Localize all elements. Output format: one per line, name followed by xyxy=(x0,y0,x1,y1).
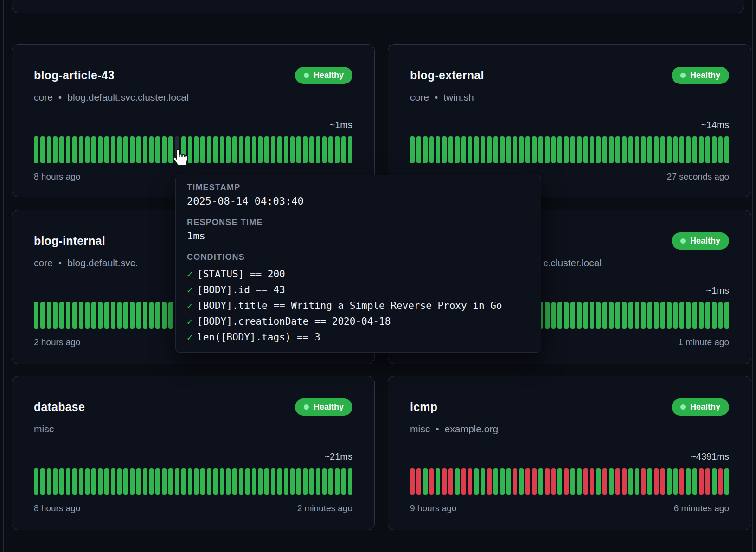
status-bar[interactable] xyxy=(699,302,704,329)
status-bar[interactable] xyxy=(448,136,453,163)
status-bar[interactable] xyxy=(258,136,263,163)
status-bar[interactable] xyxy=(583,136,588,163)
status-bar[interactable] xyxy=(673,302,678,329)
status-bar[interactable] xyxy=(410,468,415,495)
status-bar[interactable] xyxy=(686,302,691,329)
status-bar[interactable] xyxy=(252,136,256,163)
status-bar[interactable] xyxy=(98,302,103,329)
status-bar[interactable] xyxy=(117,468,122,495)
status-bar[interactable] xyxy=(596,136,601,163)
status-bar[interactable] xyxy=(692,136,697,163)
status-bar[interactable] xyxy=(692,468,697,495)
status-bar[interactable] xyxy=(59,136,64,163)
status-bar[interactable] xyxy=(79,302,83,329)
status-bar[interactable] xyxy=(284,136,288,163)
status-bar[interactable] xyxy=(461,136,466,163)
status-bar[interactable] xyxy=(564,302,569,329)
status-bar[interactable] xyxy=(341,136,346,163)
status-bar[interactable] xyxy=(442,468,447,495)
status-bar[interactable] xyxy=(111,302,115,329)
status-bar[interactable] xyxy=(117,136,122,163)
status-bar[interactable] xyxy=(341,468,346,495)
status-bar[interactable] xyxy=(718,136,723,163)
status-bar[interactable] xyxy=(155,468,160,495)
status-bar[interactable] xyxy=(309,468,314,495)
endpoint-card[interactable]: database Healthy misc ~21ms 8 hours ago … xyxy=(12,376,375,530)
status-bar[interactable] xyxy=(47,302,51,329)
status-bar[interactable] xyxy=(91,302,96,329)
status-bar[interactable] xyxy=(513,136,518,163)
status-bar[interactable] xyxy=(104,468,109,495)
status-bar[interactable] xyxy=(348,468,352,495)
status-bar[interactable] xyxy=(40,468,45,495)
status-bar[interactable] xyxy=(557,136,562,163)
status-bar[interactable] xyxy=(271,468,275,495)
status-bar[interactable] xyxy=(53,302,58,329)
status-bar[interactable] xyxy=(641,302,646,329)
status-bar[interactable] xyxy=(686,136,691,163)
status-bar[interactable] xyxy=(474,136,479,163)
status-bar[interactable] xyxy=(564,136,569,163)
status-bar[interactable] xyxy=(264,136,269,163)
status-bar[interactable] xyxy=(615,468,620,495)
status-bar[interactable] xyxy=(724,468,729,495)
status-bar[interactable] xyxy=(245,136,250,163)
status-bar[interactable] xyxy=(429,136,434,163)
status-bar[interactable] xyxy=(226,136,231,163)
status-bar[interactable] xyxy=(506,136,511,163)
status-bar[interactable] xyxy=(79,468,83,495)
status-bar[interactable] xyxy=(667,136,672,163)
status-bar[interactable] xyxy=(628,468,633,495)
status-bar[interactable] xyxy=(232,136,237,163)
status-bar[interactable] xyxy=(85,468,90,495)
status-bar[interactable] xyxy=(200,468,205,495)
status-bar[interactable] xyxy=(162,302,167,329)
status-bar[interactable] xyxy=(596,302,601,329)
status-bar[interactable] xyxy=(239,468,243,495)
status-bar[interactable] xyxy=(200,136,205,163)
status-bar[interactable] xyxy=(500,136,505,163)
status-bar[interactable] xyxy=(551,302,556,329)
status-bar[interactable] xyxy=(481,136,485,163)
status-bar[interactable] xyxy=(258,468,263,495)
status-bar[interactable] xyxy=(667,302,672,329)
status-bar[interactable] xyxy=(647,136,652,163)
status-bar[interactable] xyxy=(654,136,659,163)
status-bar[interactable] xyxy=(130,136,135,163)
status-bar[interactable] xyxy=(72,302,77,329)
status-bar[interactable] xyxy=(296,136,301,163)
status-bar[interactable] xyxy=(91,468,96,495)
status-bar[interactable] xyxy=(724,302,729,329)
status-bar[interactable] xyxy=(635,136,640,163)
status-bar[interactable] xyxy=(583,302,588,329)
status-bar[interactable] xyxy=(532,468,537,495)
status-bar[interactable] xyxy=(335,136,340,163)
status-bar[interactable] xyxy=(423,136,428,163)
status-bar[interactable] xyxy=(647,468,652,495)
endpoint-card[interactable]: icmp Healthy misc • example.org ~4391ms … xyxy=(388,376,751,530)
status-bar[interactable] xyxy=(316,136,320,163)
status-bar[interactable] xyxy=(442,136,447,163)
status-bar[interactable] xyxy=(149,468,154,495)
status-bar[interactable] xyxy=(175,468,179,495)
status-bar[interactable] xyxy=(455,468,460,495)
status-bar[interactable] xyxy=(252,468,256,495)
status-bar[interactable] xyxy=(239,136,243,163)
status-bar[interactable] xyxy=(207,468,211,495)
status-bar[interactable] xyxy=(66,302,70,329)
status-bar[interactable] xyxy=(635,302,640,329)
status-bar[interactable] xyxy=(130,302,135,329)
status-bar[interactable] xyxy=(111,136,115,163)
status-bar[interactable] xyxy=(85,136,90,163)
status-bar[interactable] xyxy=(699,136,704,163)
status-bar[interactable] xyxy=(660,302,665,329)
status-bar[interactable] xyxy=(609,302,614,329)
status-bar[interactable] xyxy=(519,468,524,495)
status-bar[interactable] xyxy=(111,468,115,495)
status-bar[interactable] xyxy=(194,136,199,163)
status-bar[interactable] xyxy=(232,468,237,495)
status-bar[interactable] xyxy=(513,468,518,495)
status-bar[interactable] xyxy=(609,136,614,163)
status-bar[interactable] xyxy=(628,136,633,163)
status-bar[interactable] xyxy=(143,136,147,163)
